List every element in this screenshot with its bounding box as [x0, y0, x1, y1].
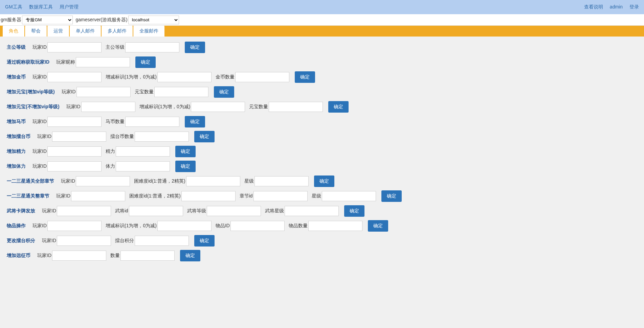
confirm-button[interactable]: 确定: [344, 205, 364, 217]
form-title[interactable]: 增加擂台币: [7, 134, 30, 140]
field-input[interactable]: [116, 161, 170, 171]
field-input[interactable]: [269, 102, 323, 112]
confirm-button[interactable]: 确定: [180, 250, 200, 261]
form-title[interactable]: 一二三星通关全部章节: [7, 178, 54, 184]
field-input[interactable]: [135, 132, 189, 142]
tab-multi-mail[interactable]: 多人邮件: [102, 26, 133, 37]
gm-server-label: gm服务器: [1, 17, 21, 23]
form-title[interactable]: 增加体力: [7, 163, 26, 169]
field-input[interactable]: [235, 72, 289, 82]
field-input[interactable]: [116, 146, 170, 157]
field-label: 物品数量: [289, 223, 308, 229]
field-input[interactable]: [322, 191, 376, 201]
form-title[interactable]: 增加金币: [7, 74, 26, 80]
field-input[interactable]: [76, 176, 130, 186]
field-input[interactable]: [57, 206, 111, 216]
confirm-button[interactable]: 确定: [314, 175, 334, 187]
field-label: 玩家ID: [66, 104, 81, 110]
confirm-button[interactable]: 确定: [194, 131, 215, 142]
form-title[interactable]: 增加精力: [7, 148, 26, 155]
field-label: 精力: [106, 148, 115, 155]
field-input[interactable]: [230, 221, 285, 231]
game-server-select[interactable]: localhsot: [128, 16, 179, 24]
field-input[interactable]: [76, 57, 130, 67]
field-input[interactable]: [47, 42, 102, 52]
nav-left: GM工具 数据库工具 用户管理: [5, 4, 79, 10]
form-title[interactable]: 增加元宝(不增加vip等级): [7, 104, 60, 110]
form-title[interactable]: 武将卡牌发放: [7, 208, 35, 214]
gm-server-select[interactable]: 专服GM: [22, 16, 73, 24]
nav-gm-tools[interactable]: GM工具: [5, 4, 22, 10]
field-label: 玩家ID: [32, 163, 47, 169]
confirm-button[interactable]: 确定: [175, 161, 196, 172]
tab-single-mail[interactable]: 单人邮件: [70, 26, 101, 37]
form-title[interactable]: 增加远征币: [7, 253, 30, 259]
nav-db-tools[interactable]: 数据库工具: [29, 4, 53, 10]
field-input[interactable]: [47, 221, 102, 231]
field-input[interactable]: [47, 146, 102, 157]
form-row: 增加体力玩家ID体力确定: [7, 159, 637, 174]
form-title[interactable]: 通过昵称获取玩家ID: [7, 59, 49, 65]
field-label: 数量: [110, 253, 120, 259]
field-input[interactable]: [129, 206, 183, 216]
field-label: 星级: [244, 178, 254, 184]
confirm-button[interactable]: 确定: [381, 190, 402, 202]
field-input[interactable]: [57, 236, 111, 246]
field-input[interactable]: [47, 72, 102, 82]
field-label: 玩家ID: [37, 253, 51, 259]
field-label: 章节id: [240, 193, 253, 199]
field-input[interactable]: [207, 206, 261, 216]
field-input[interactable]: [47, 117, 102, 127]
game-server-label: gameserver(游戏服务器): [75, 17, 127, 23]
tab-all-server-mail[interactable]: 全服邮件: [133, 26, 164, 37]
form-title[interactable]: 增加马币: [7, 119, 26, 125]
field-input[interactable]: [71, 191, 125, 201]
field-input[interactable]: [186, 176, 240, 186]
field-label: 玩家ID: [42, 208, 56, 214]
form-title[interactable]: 更改擂台积分: [7, 238, 35, 244]
confirm-button[interactable]: 确定: [194, 235, 215, 247]
field-input[interactable]: [157, 221, 212, 231]
confirm-button[interactable]: 确定: [185, 116, 205, 127]
form-title[interactable]: 主公等级: [7, 44, 26, 50]
field-input[interactable]: [285, 206, 339, 216]
field-input[interactable]: [154, 87, 208, 97]
confirm-button[interactable]: 确定: [175, 146, 196, 157]
nav-login[interactable]: 登录: [629, 4, 639, 10]
nav-admin[interactable]: admin: [610, 4, 623, 10]
field-input[interactable]: [76, 87, 131, 97]
field-label: 擂台币数量: [110, 134, 134, 140]
field-label: 玩家昵称: [56, 59, 75, 65]
field-input[interactable]: [308, 221, 362, 231]
tab-guild[interactable]: 帮会: [25, 26, 47, 37]
tab-ops[interactable]: 运营: [47, 26, 69, 37]
field-input[interactable]: [125, 42, 179, 52]
field-label: 玩家ID: [32, 223, 47, 229]
form-title[interactable]: 增加元宝(增加vip等级): [7, 89, 55, 95]
field-input[interactable]: [254, 176, 309, 186]
field-input[interactable]: [253, 191, 308, 201]
form-title[interactable]: 一二三星通关整章节: [7, 193, 49, 199]
field-input[interactable]: [191, 102, 245, 112]
field-input[interactable]: [181, 191, 236, 201]
nav-user-mgmt[interactable]: 用户管理: [60, 4, 79, 10]
confirm-button[interactable]: 确定: [214, 86, 234, 98]
form-row: 增加元宝(增加vip等级)玩家ID元宝数量确定: [7, 85, 637, 99]
field-input[interactable]: [52, 132, 106, 142]
field-input[interactable]: [81, 102, 135, 112]
confirm-button[interactable]: 确定: [135, 56, 156, 68]
field-label: 玩家ID: [42, 238, 56, 244]
field-input[interactable]: [120, 251, 175, 261]
tab-role[interactable]: 角色: [3, 26, 24, 37]
field-input[interactable]: [157, 72, 212, 82]
confirm-button[interactable]: 确定: [295, 71, 315, 83]
field-input[interactable]: [125, 117, 179, 127]
form-title[interactable]: 物品操作: [7, 223, 26, 229]
field-input[interactable]: [52, 251, 106, 261]
field-input[interactable]: [135, 236, 189, 246]
confirm-button[interactable]: 确定: [185, 42, 205, 53]
field-input[interactable]: [47, 161, 102, 171]
confirm-button[interactable]: 确定: [368, 220, 388, 232]
nav-view-desc[interactable]: 查看说明: [584, 4, 603, 10]
confirm-button[interactable]: 确定: [328, 101, 349, 113]
